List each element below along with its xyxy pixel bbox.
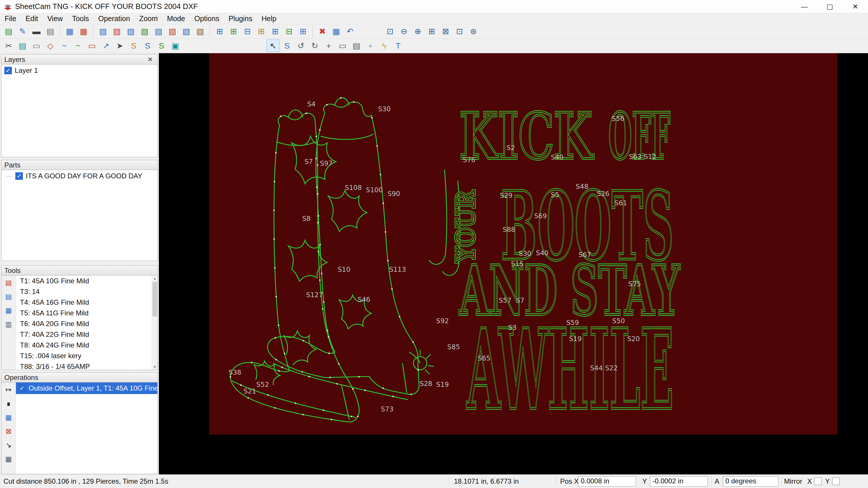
scroll-down-icon[interactable]: ▼ — [152, 364, 157, 370]
save-part-icon[interactable]: ▧ — [124, 25, 137, 38]
zoom-material-icon[interactable]: ⊡ — [453, 25, 466, 38]
menu-edit[interactable]: Edit — [21, 13, 42, 24]
rect-select-icon[interactable]: ▭ — [85, 39, 99, 52]
scrollbar-thumb[interactable] — [153, 282, 157, 317]
tool-item[interactable]: T8: 40A 24G Fine Mild — [16, 340, 152, 350]
zoom-previous-icon[interactable]: ⊛ — [467, 25, 480, 38]
array-part-icon[interactable]: ▧ — [180, 25, 193, 38]
show-layers-icon[interactable]: ▤ — [16, 39, 29, 52]
print-icon[interactable]: ▤ — [44, 25, 57, 38]
measure-tool-icon[interactable]: ▭ — [336, 39, 349, 52]
tool-item[interactable]: T1: 45A 10G Fine Mild — [16, 275, 152, 286]
import-tools-icon[interactable]: ▤ — [3, 277, 14, 288]
duplicate-part-icon[interactable]: ▧ — [166, 25, 179, 38]
mirror-y-checkbox[interactable] — [832, 478, 840, 485]
auto-start-point-icon[interactable]: S — [155, 40, 168, 52]
nest-part-icon[interactable]: ▧ — [193, 25, 207, 38]
operation-item[interactable]: ✓Outside Offset, Layer 1, T1: 45A 10G Fi… — [16, 383, 157, 394]
job-options-icon[interactable]: ▦ — [63, 25, 76, 38]
snap-to-grid-icon[interactable]: ⊟ — [282, 25, 296, 38]
menu-tools[interactable]: Tools — [67, 13, 93, 24]
pan-tool-icon[interactable]: + — [322, 40, 335, 52]
edit-tool-icon[interactable]: ▥ — [3, 319, 14, 330]
tool-item[interactable]: T88: 3/16 - 1/4 65AMP — [16, 361, 152, 370]
menu-file[interactable]: File — [0, 13, 21, 24]
layers-panel-close-icon[interactable]: ✕ — [146, 56, 155, 63]
set-origin-icon[interactable]: ⊞ — [296, 25, 310, 38]
undo-icon[interactable]: ↶ — [343, 25, 357, 38]
menu-plugins[interactable]: Plugins — [224, 13, 257, 24]
plunge-moves-icon[interactable]: ↘ — [3, 440, 14, 451]
rotate-part-icon[interactable]: ⊞ — [255, 25, 268, 38]
zoom-window-icon[interactable]: ⊡ — [383, 25, 397, 38]
tool-item[interactable]: T15: .004 laser kery — [16, 350, 152, 361]
import-drawing-icon[interactable]: ⊞ — [213, 25, 226, 38]
text-tool-icon[interactable]: T — [392, 40, 405, 52]
delete-selection-icon[interactable]: ✖ — [316, 25, 329, 38]
tool-item[interactable]: T4: 45A 16G Fine Mild — [16, 297, 152, 307]
menu-operation[interactable]: Operation — [94, 13, 135, 24]
direction-arrow-icon[interactable]: ➤ — [113, 39, 126, 52]
tool-table-icon[interactable]: ▦ — [3, 305, 14, 316]
tool-item[interactable]: T7: 40A 22G Fine Mild — [16, 329, 152, 340]
show-plate-icon[interactable]: ▭ — [30, 39, 43, 52]
zoom-out-icon[interactable]: ⊖ — [397, 25, 410, 38]
zoom-part-icon[interactable]: ⊞ — [425, 25, 438, 38]
layer-item[interactable]: ✓Layer 1 — [1, 64, 157, 76]
simulate-icon[interactable]: ϟ — [378, 40, 391, 52]
smooth-contour-icon[interactable]: ~ — [71, 40, 85, 52]
op-wizard-icon[interactable]: ▦ — [3, 412, 14, 423]
clipboard-icon[interactable]: ▣ — [169, 39, 182, 52]
rotate-ccw-icon[interactable]: ↺ — [294, 39, 308, 52]
drawing-canvas[interactable]: KICK OFF YOUR BOOTS AND STAY AWHILE KICK… — [159, 53, 868, 475]
minimize-button[interactable]: — — [792, 0, 817, 13]
new-drawing-icon[interactable]: ▤ — [2, 25, 16, 38]
contour-options-icon[interactable]: ✂ — [2, 39, 16, 52]
move-origin-icon[interactable]: ⊟ — [241, 25, 254, 38]
view-machine-icon[interactable]: ▤ — [350, 39, 363, 52]
copy-part-icon[interactable]: ▧ — [138, 25, 151, 38]
material-options-icon[interactable]: ▦ — [77, 25, 90, 38]
checkbox[interactable]: ✓ — [4, 67, 12, 74]
checkbox[interactable]: ✓ — [16, 172, 23, 180]
tools-scrollbar[interactable]: ▲ ▼ — [152, 275, 157, 370]
scroll-up-icon[interactable]: ▲ — [152, 275, 157, 281]
close-button[interactable]: ✕ — [842, 0, 868, 13]
zoom-extents-icon[interactable]: ⊠ — [439, 25, 452, 38]
op-table-icon[interactable]: ▦ — [3, 454, 14, 464]
menu-help[interactable]: Help — [257, 13, 281, 24]
snap-tool-icon[interactable]: S — [280, 40, 294, 52]
reload-drawing-icon[interactable]: ⊞ — [227, 25, 240, 38]
pause-ops-icon[interactable]: ∎ — [3, 398, 14, 409]
export-tools-icon[interactable]: ▤ — [3, 291, 14, 302]
delete-operation-icon[interactable]: ⊠ — [3, 426, 14, 437]
menu-zoom[interactable]: Zoom — [134, 13, 162, 24]
paste-part-icon[interactable]: ▧ — [152, 25, 165, 38]
align-parts-icon[interactable]: ⊞ — [269, 25, 282, 38]
start-points-icon[interactable]: S — [127, 40, 140, 52]
edit-drawing-icon[interactable]: ✎ — [16, 25, 29, 38]
show-display-icon[interactable]: ▬ — [30, 25, 43, 38]
join-contours-icon[interactable]: ~ — [58, 40, 71, 52]
zoom-in-icon[interactable]: ⊕ — [411, 25, 425, 38]
selection-box-icon[interactable]: ▫ — [364, 40, 377, 52]
show-grid-icon[interactable]: ▦ — [330, 25, 343, 38]
add-start-point-icon[interactable]: S — [141, 40, 154, 52]
node-edit-icon[interactable]: ◇ — [44, 39, 57, 52]
mirror-x-checkbox[interactable] — [814, 478, 822, 485]
tool-item[interactable]: T5: 45A 11G Fine Mild — [16, 307, 152, 318]
select-tool-icon[interactable]: ↖ — [267, 39, 280, 52]
rotate-cw-icon[interactable]: ↻ — [308, 39, 321, 52]
tool-item[interactable]: T6: 40A 20G Fine Mild — [16, 318, 152, 329]
menu-options[interactable]: Options — [190, 13, 224, 24]
part-item[interactable]: ✓ITS A GOOD DAY FOR A GOOD DAY — [1, 170, 157, 182]
open-part-icon[interactable]: ▧ — [110, 25, 124, 38]
new-part-icon[interactable]: ▧ — [96, 25, 110, 38]
run-post-icon[interactable]: ↦ — [3, 384, 14, 395]
menu-mode[interactable]: Mode — [162, 13, 190, 24]
tool-item[interactable]: T3: 14 — [16, 286, 152, 297]
menu-view[interactable]: View — [42, 13, 67, 24]
line-segment-icon[interactable]: ↗ — [99, 39, 113, 52]
checkbox[interactable]: ✓ — [18, 385, 26, 392]
maximize-button[interactable]: ▢ — [817, 0, 842, 13]
